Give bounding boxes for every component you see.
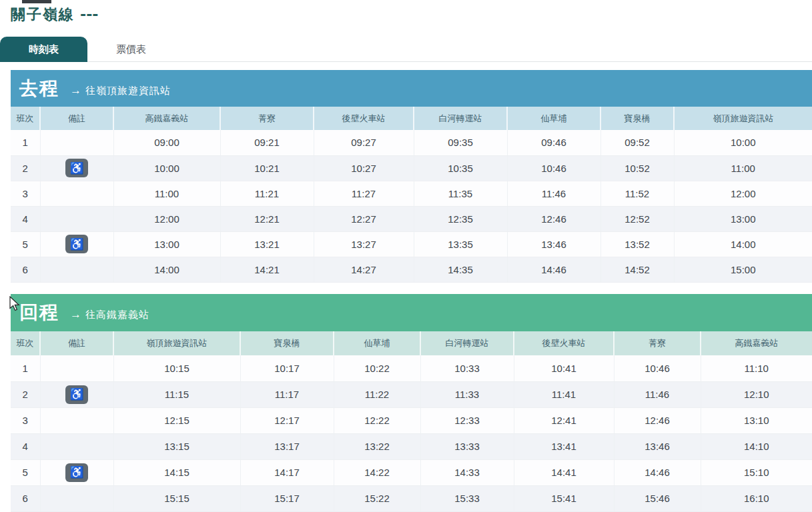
time-cell: 13:15 [113,433,240,459]
trip-number: 2 [11,155,40,181]
note-cell: ♿ [40,459,113,485]
time-cell: 11:27 [314,181,414,206]
route-name: 關子嶺線 [11,5,75,23]
time-cell: 15:00 [674,257,812,282]
time-cell: 10:46 [614,355,701,381]
time-cell: 14:35 [414,257,507,282]
trip-number: 3 [11,181,40,206]
timetable-row: 2♿10:0010:2110:2710:3510:4610:5211:00 [11,155,812,181]
page: 關子嶺線--- 時刻表 票價表 去程 →往嶺頂旅遊資訊站 班次備註高鐵嘉義站菁寮… [0,0,812,512]
time-cell: 14:41 [514,459,614,485]
note-cell: ♿ [40,231,113,257]
column-header: 白河轉運站 [420,331,514,355]
column-header: 班次 [11,107,40,130]
time-cell: 12:10 [701,381,812,407]
column-header: 備註 [40,331,113,355]
time-cell: 11:33 [420,381,514,407]
time-cell: 11:15 [113,381,240,407]
timetable-row: 110:1510:1710:2210:3310:4110:4611:10 [11,355,812,381]
time-cell: 15:41 [514,485,614,511]
time-cell: 12:33 [420,407,514,433]
time-cell: 10:17 [240,355,334,381]
note-cell [40,485,113,511]
time-cell: 12:41 [514,407,614,433]
wheelchair-icon: ♿ [65,235,88,253]
timetable-row: 2♿11:1511:1711:2211:3311:4111:4612:10 [11,381,812,407]
note-cell: ♿ [40,155,113,181]
time-cell: 13:33 [420,433,514,459]
timetable-row: 412:0012:2112:2712:3512:4612:5213:00 [11,206,812,231]
timetable-row: 614:0014:2114:2714:3514:4614:5215:00 [11,257,812,282]
trip-number: 2 [11,381,40,407]
trip-number: 5 [11,231,40,257]
time-cell: 11:10 [701,355,812,381]
tab-fare-table[interactable]: 票價表 [87,37,175,62]
time-cell: 12:27 [314,206,414,231]
column-header: 高鐵嘉義站 [701,331,812,355]
time-cell: 14:46 [507,257,600,282]
time-cell: 13:46 [507,231,600,257]
outbound-destination: 往嶺頂旅遊資訊站 [85,85,171,96]
time-cell: 14:27 [314,257,414,282]
time-cell: 12:46 [507,206,600,231]
time-cell: 15:17 [240,485,334,511]
time-cell: 11:46 [507,181,600,206]
time-cell: 14:10 [701,433,812,459]
note-cell [40,433,113,459]
time-cell: 10:41 [514,355,614,381]
time-cell: 10:21 [220,155,314,181]
timetable-row: 615:1515:1715:2215:3315:4115:4616:10 [11,485,812,511]
time-cell: 10:52 [600,155,674,181]
time-cell: 13:46 [614,433,701,459]
time-cell: 14:21 [220,257,314,282]
note-cell [40,130,113,155]
time-cell: 11:21 [220,181,314,206]
time-cell: 10:35 [414,155,507,181]
time-cell: 12:22 [334,407,420,433]
trip-number: 6 [11,257,40,282]
return-subtitle: →往高鐵嘉義站 [70,308,149,321]
time-cell: 11:35 [414,181,507,206]
column-header: 嶺頂旅遊資訊站 [674,107,812,130]
column-header: 後壁火車站 [314,107,414,130]
return-timetable: 班次備註嶺頂旅遊資訊站寶泉橋仙草埔白河轉運站後壁火車站菁寮高鐵嘉義站 110:1… [11,331,812,512]
time-cell: 12:52 [600,206,674,231]
column-header: 仙草埔 [507,107,600,130]
time-cell: 10:33 [420,355,514,381]
time-cell: 13:22 [334,433,420,459]
timetable-row: 311:0011:2111:2711:3511:4611:5212:00 [11,181,812,206]
outbound-header-row: 班次備註高鐵嘉義站菁寮後壁火車站白河轉運站仙草埔寶泉橋嶺頂旅遊資訊站 [11,107,812,130]
time-cell: 13:41 [514,433,614,459]
timetable-row: 5♿14:1514:1714:2214:3314:4114:4615:10 [11,459,812,485]
wheelchair-icon: ♿ [65,159,88,177]
right-arrow-icon: → [70,84,82,97]
tab-timetable[interactable]: 時刻表 [0,37,87,62]
time-cell: 16:10 [701,485,812,511]
time-cell: 13:35 [414,231,507,257]
time-cell: 11:17 [240,381,334,407]
timetable-row: 109:0009:2109:2709:3509:4609:5210:00 [11,130,812,155]
trip-number: 1 [11,130,40,155]
note-cell [40,257,113,282]
column-header: 仙草埔 [334,331,420,355]
time-cell: 09:27 [314,130,414,155]
time-cell: 10:27 [314,155,414,181]
note-cell [40,355,113,381]
time-cell: 10:00 [674,130,812,155]
clipped-element-fragment [22,0,51,3]
time-cell: 15:10 [701,459,812,485]
right-arrow-icon: → [70,308,82,321]
outbound-band-header: 去程 →往嶺頂旅遊資訊站 [11,70,812,107]
time-cell: 11:22 [334,381,420,407]
time-cell: 15:15 [113,485,240,511]
time-cell: 13:27 [314,231,414,257]
time-cell: 11:00 [674,155,812,181]
time-cell: 12:21 [220,206,314,231]
time-cell: 15:22 [334,485,420,511]
column-header: 後壁火車站 [514,331,614,355]
note-cell [40,181,113,206]
time-cell: 14:22 [334,459,420,485]
wheelchair-icon: ♿ [65,463,88,482]
column-header: 高鐵嘉義站 [113,107,220,130]
column-header: 寶泉橋 [240,331,334,355]
